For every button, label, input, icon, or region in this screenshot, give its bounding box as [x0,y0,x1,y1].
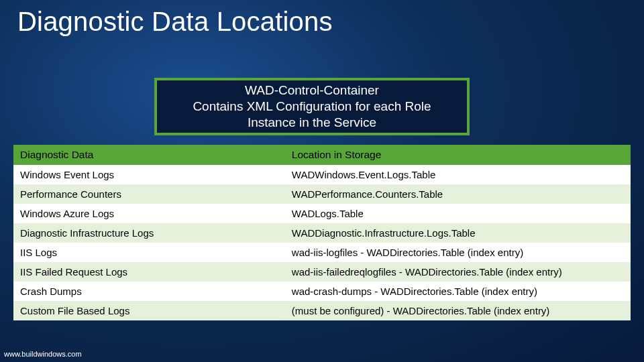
header-location: Location in Storage [285,145,631,165]
cell-diagnostic-data: Windows Azure Logs [13,204,285,223]
cell-location: wad-crash-dumps - WADDirectories.Table (… [285,282,631,301]
box-line-3: Instance in the Service [248,115,376,131]
diagnostic-table: Diagnostic Data Location in Storage Wind… [13,145,631,320]
table-row: IIS Logswad-iis-logfiles - WADDirectorie… [13,243,631,262]
cell-location: wad-iis-failedreqlogfiles - WADDirectori… [285,262,631,282]
footer-url: www.buildwindows.com [4,350,82,358]
cell-diagnostic-data: Windows Event Logs [13,165,285,184]
table-row: Crash Dumpswad-crash-dumps - WADDirector… [13,282,631,301]
box-line-1: WAD-Control-Container [245,82,379,99]
table-row: IIS Failed Request Logswad-iis-failedreq… [13,262,631,282]
table-row: Windows Event LogsWADWindows.Event.Logs.… [13,165,631,184]
slide-title: Diagnostic Data Locations [17,7,333,37]
cell-location: WADPerformance.Counters.Table [285,184,631,204]
header-diagnostic-data: Diagnostic Data [13,145,285,165]
cell-diagnostic-data: Diagnostic Infrastructure Logs [13,223,285,243]
table-row: Diagnostic Infrastructure LogsWADDiagnos… [13,223,631,243]
cell-location: WADWindows.Event.Logs.Table [285,165,631,184]
cell-location: WADLogs.Table [285,204,631,223]
table-row: Windows Azure LogsWADLogs.Table [13,204,631,223]
cell-diagnostic-data: IIS Failed Request Logs [13,262,285,282]
table-header-row: Diagnostic Data Location in Storage [13,145,631,165]
table-row: Performance CountersWADPerformance.Count… [13,184,631,204]
cell-diagnostic-data: Crash Dumps [13,282,285,301]
cell-location: (must be configured) - WADDirectories.Ta… [285,301,631,320]
cell-diagnostic-data: Performance Counters [13,184,285,204]
cell-diagnostic-data: Custom File Based Logs [13,301,285,320]
table-row: Custom File Based Logs(must be configure… [13,301,631,320]
wad-control-container-box: WAD-Control-Container Contains XML Confi… [154,78,470,135]
cell-location: wad-iis-logfiles - WADDirectories.Table … [285,243,631,262]
cell-diagnostic-data: IIS Logs [13,243,285,262]
cell-location: WADDiagnostic.Infrastructure.Logs.Table [285,223,631,243]
diagnostic-table-container: Diagnostic Data Location in Storage Wind… [13,145,631,320]
box-line-2: Contains XML Configuration for each Role [193,99,431,115]
